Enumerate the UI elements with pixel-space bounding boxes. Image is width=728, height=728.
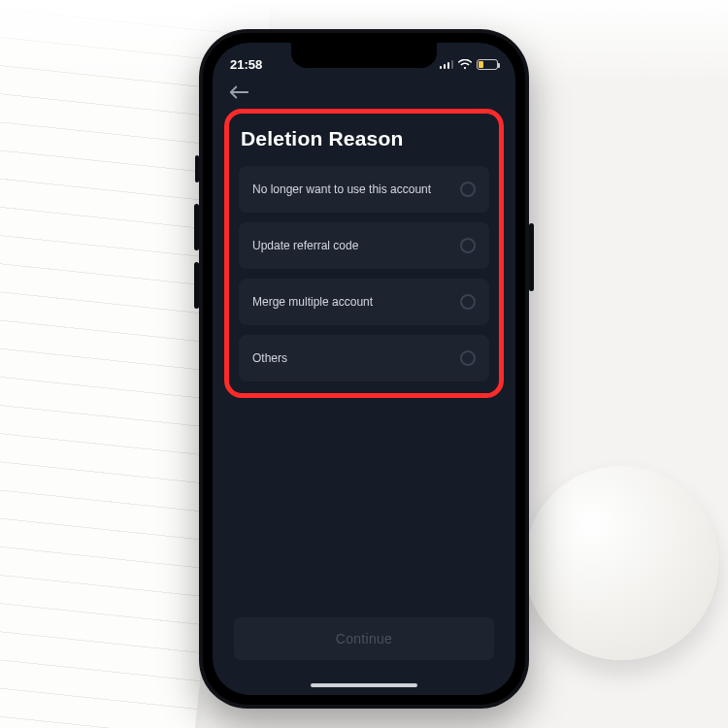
battery-icon: [477, 59, 498, 70]
home-indicator[interactable]: [311, 683, 417, 687]
volume-down-button: [194, 262, 199, 309]
power-button: [529, 223, 534, 291]
screen: 21:58 Deletion Reason No longer want to …: [213, 43, 515, 695]
radio-icon: [460, 294, 476, 310]
notch: [291, 43, 437, 68]
volume-up-button: [194, 204, 199, 250]
phone-frame: 21:58 Deletion Reason No longer want to …: [199, 29, 529, 709]
status-time: 21:58: [230, 57, 262, 72]
radio-icon: [460, 182, 476, 197]
signal-icon: [440, 59, 454, 69]
reason-option[interactable]: No longer want to use this account: [239, 166, 489, 213]
reason-option-label: No longer want to use this account: [252, 182, 431, 196]
reason-option[interactable]: Update referral code: [239, 222, 489, 269]
back-button[interactable]: [213, 76, 515, 103]
reason-option[interactable]: Merge multiple account: [239, 279, 489, 325]
continue-button[interactable]: Continue: [234, 617, 494, 660]
reason-option-label: Update referral code: [252, 239, 358, 252]
status-right: [440, 59, 499, 70]
wifi-icon: [458, 59, 472, 70]
continue-label: Continue: [336, 631, 392, 646]
reason-option[interactable]: Others: [239, 335, 489, 381]
reason-option-label: Merge multiple account: [252, 295, 373, 309]
reason-option-label: Others: [252, 351, 287, 365]
reason-options: No longer want to use this account Updat…: [239, 166, 489, 381]
radio-icon: [460, 238, 476, 253]
deletion-reason-section-highlight: Deletion Reason No longer want to use th…: [224, 109, 504, 398]
mute-switch: [195, 155, 199, 182]
radio-icon: [460, 350, 476, 366]
page-title: Deletion Reason: [241, 127, 487, 150]
arrow-left-icon: [228, 83, 249, 101]
